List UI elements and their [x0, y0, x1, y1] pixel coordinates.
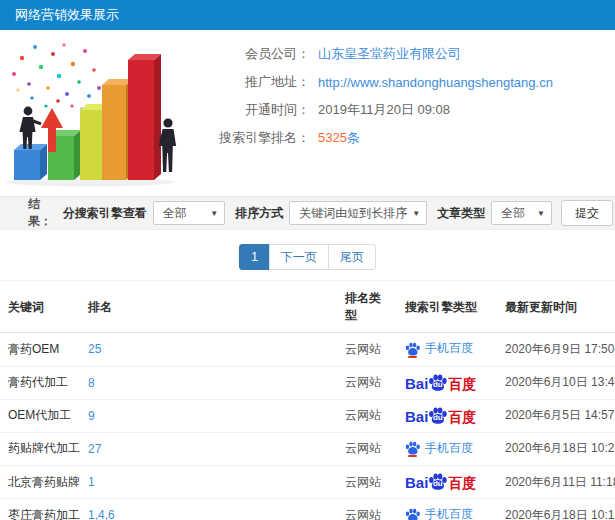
results-table: 关键词 排名 排名类型 搜索引擎类型 最新更新时间 膏药OEM 25 云网站: [0, 280, 615, 520]
col-engine-type: 搜索引擎类型: [397, 281, 497, 333]
table-row: 膏药代加工 8 云网站 手机百度 Bai: [0, 366, 615, 399]
page-last[interactable]: 尾页: [328, 244, 376, 270]
keyword-cell: 北京膏药贴牌: [0, 466, 80, 499]
table-row: 药贴牌代加工 27 云网站 手机百度 Bai: [0, 432, 615, 466]
sort-label: 排序方式: [235, 205, 283, 222]
rank-type-cell: 云网站: [337, 499, 397, 520]
engine-rank-row: 搜索引擎排名： 5325条: [192, 124, 615, 152]
bar-blue: [14, 144, 47, 180]
engine-cell: 手机百度 Bai du 百度: [397, 399, 497, 432]
member-company-link[interactable]: 山东皇圣堂药业有限公司: [318, 45, 461, 63]
table-row: 枣庄膏药加工 1,4,6 云网站 手机百度 Bai: [0, 499, 615, 520]
open-time-value: 2019年11月20日 09:08: [318, 101, 450, 119]
rank-type-cell: 云网站: [337, 432, 397, 466]
article-type-label: 文章类型: [437, 205, 485, 222]
chevron-down-icon: ▼: [537, 203, 545, 225]
rank-link[interactable]: 1,4,6: [80, 499, 337, 520]
col-update-time: 最新更新时间: [497, 281, 615, 333]
rank-count-suffix: 条: [347, 130, 360, 145]
table-row: 北京膏药贴牌 1 云网站 手机百度 Bai: [0, 466, 615, 499]
promo-url-link[interactable]: http://www.shandonghuangshengtang.cn: [318, 75, 553, 90]
mobile-baidu-label: 手机百度: [425, 440, 473, 457]
page-next[interactable]: 下一页: [269, 244, 329, 270]
results-table-body: 膏药OEM 25 云网站 手机百度 Bai: [0, 333, 615, 520]
submit-button[interactable]: 提交: [561, 200, 613, 226]
engine-rank-value: 5325条: [318, 129, 360, 147]
article-type-select[interactable]: 全部 ▼: [491, 201, 552, 225]
update-time-cell: 2020年6月18日 10:19: [497, 499, 615, 520]
col-keyword: 关键词: [0, 281, 80, 333]
table-row: 膏药OEM 25 云网站 手机百度 Bai: [0, 333, 615, 367]
engine-cell: 手机百度 Bai du 百度: [397, 499, 497, 520]
baidu-du-text: du: [433, 414, 443, 422]
mobile-baidu-label: 手机百度: [425, 340, 473, 357]
keyword-cell: 药贴牌代加工: [0, 432, 80, 466]
baidu-cn-text: 百度: [448, 377, 476, 391]
update-time-cell: 2020年6月11日 11:18: [497, 466, 615, 499]
col-rank: 排名: [80, 281, 337, 333]
rank-count: 5325: [318, 130, 347, 145]
baidu-paw-icon: du: [428, 473, 447, 490]
update-time-cell: 2020年6月10日 13:40: [497, 366, 615, 399]
promo-url-label: 推广地址：: [192, 73, 310, 91]
engine-view-label: 分搜索引擎查看: [63, 205, 147, 222]
engine-rank-label: 搜索引擎排名：: [192, 129, 310, 147]
page-header: 网络营销效果展示: [0, 0, 615, 30]
col-rank-type: 排名类型: [337, 281, 397, 333]
rank-link[interactable]: 27: [80, 432, 337, 466]
baidu-cn-text: 百度: [448, 476, 476, 490]
chevron-down-icon: ▼: [210, 203, 218, 225]
update-time-cell: 2020年6月5日 14:57: [497, 399, 615, 432]
bar-red: [128, 54, 161, 180]
baidu-du-text: du: [433, 480, 443, 488]
baidu-bai-text: Bai: [405, 475, 428, 490]
keyword-cell: 枣庄膏药加工: [0, 499, 80, 520]
page-title: 网络营销效果展示: [15, 7, 119, 22]
rank-link[interactable]: 25: [80, 333, 337, 367]
engine-view-select[interactable]: 全部 ▼: [153, 201, 225, 225]
table-row: OEM代加工 9 云网站 手机百度 Bai: [0, 399, 615, 432]
engine-cell: 手机百度 Bai du 百度: [397, 333, 497, 367]
pagination: 1 下一页 尾页: [0, 230, 615, 280]
keyword-cell: 膏药OEM: [0, 333, 80, 367]
baidu-logo: Bai du 百度: [405, 374, 476, 391]
baidu-logo: Bai du 百度: [405, 407, 476, 424]
member-company-row: 会员公司： 山东皇圣堂药业有限公司: [192, 40, 615, 68]
update-time-cell: 2020年6月18日 10:25: [497, 432, 615, 466]
businessman-left: [19, 107, 41, 149]
baidu-paw-icon: [405, 441, 420, 455]
engine-cell: 手机百度 Bai du 百度: [397, 432, 497, 466]
baidu-paw-icon: du: [428, 374, 447, 391]
sort-select[interactable]: 关键词由短到长排序 ▼: [289, 201, 427, 225]
update-time-cell: 2020年6月9日 17:50: [497, 333, 615, 367]
engine-cell: 手机百度 Bai du 百度: [397, 466, 497, 499]
rank-type-cell: 云网站: [337, 399, 397, 432]
confetti-dots: [12, 43, 112, 110]
rank-link[interactable]: 9: [80, 399, 337, 432]
table-header-row: 关键词 排名 排名类型 搜索引擎类型 最新更新时间: [0, 281, 615, 333]
growth-chart-illustration: [2, 38, 182, 188]
open-time-label: 开通时间：: [192, 101, 310, 119]
rank-type-cell: 云网站: [337, 333, 397, 367]
keyword-cell: 膏药代加工: [0, 366, 80, 399]
rank-link[interactable]: 1: [80, 466, 337, 499]
rank-link[interactable]: 8: [80, 366, 337, 399]
mobile-baidu-logo: 手机百度: [405, 506, 473, 520]
promo-url-row: 推广地址： http://www.shandonghuangshengtang.…: [192, 68, 615, 96]
mobile-baidu-label: 手机百度: [425, 506, 473, 520]
baidu-paw-icon: [405, 508, 420, 520]
engine-cell: 手机百度 Bai du 百度: [397, 366, 497, 399]
baidu-bai-text: Bai: [405, 376, 428, 391]
page-current[interactable]: 1: [239, 244, 270, 270]
baidu-cn-text: 百度: [448, 410, 476, 424]
rank-type-cell: 云网站: [337, 366, 397, 399]
keyword-cell: OEM代加工: [0, 399, 80, 432]
info-section: 会员公司： 山东皇圣堂药业有限公司 推广地址： http://www.shand…: [0, 30, 615, 196]
open-time-row: 开通时间： 2019年11月20日 09:08: [192, 96, 615, 124]
baidu-bai-text: Bai: [405, 409, 428, 424]
rank-type-cell: 云网站: [337, 466, 397, 499]
baidu-paw-icon: du: [428, 407, 447, 424]
baidu-paw-icon: [405, 342, 420, 356]
chevron-down-icon: ▼: [412, 203, 420, 225]
baidu-logo: Bai du 百度: [405, 473, 476, 490]
